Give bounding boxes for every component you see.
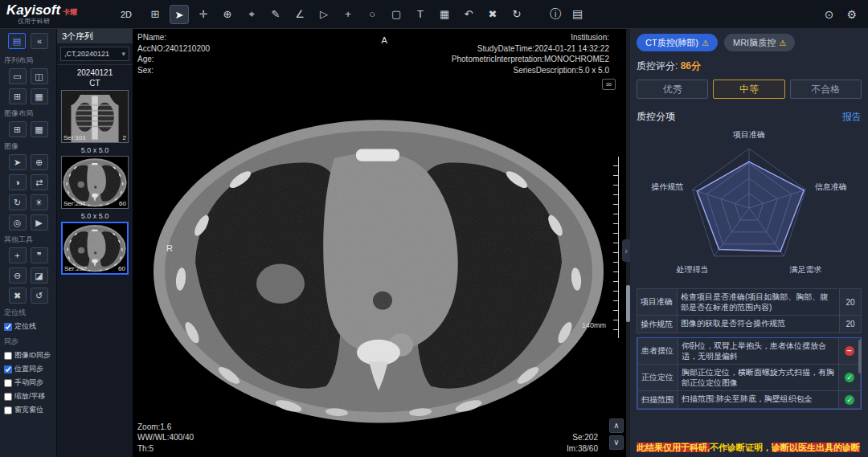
link-icon[interactable]: ∞: [602, 79, 616, 90]
series-panel-toggle-icon[interactable]: ▤: [8, 33, 26, 49]
layout-3x3-icon[interactable]: ▦: [31, 88, 48, 104]
eraser-icon[interactable]: ◪: [31, 267, 48, 284]
sync-position-input[interactable]: [4, 365, 12, 373]
collapse-panel-icon[interactable]: «: [31, 33, 48, 49]
qc-row-label: 项目准确: [637, 289, 678, 315]
crosshair-line-input[interactable]: [4, 323, 12, 331]
add-icon[interactable]: +: [9, 247, 27, 263]
zoom-out-icon[interactable]: ⊖: [9, 267, 27, 284]
section-label: 图像布局: [0, 105, 56, 120]
tab-mri-qc[interactable]: MRI脑质控⚠: [724, 34, 795, 51]
comment-icon[interactable]: ❞: [31, 247, 48, 263]
layout-1x2-icon[interactable]: ◫: [31, 68, 48, 84]
series-thumbnail[interactable]: Ser:20260: [61, 222, 129, 275]
rotate-icon[interactable]: ↻: [9, 194, 27, 210]
brightness-icon[interactable]: ☀: [31, 194, 48, 210]
layout-1x1-icon[interactable]: ▭: [9, 68, 27, 84]
grade-medium[interactable]: 中等: [713, 80, 784, 99]
annotate-tool-icon[interactable]: ✎: [266, 5, 285, 24]
checkbox-sync-window[interactable]: 窗宽窗位: [0, 403, 56, 417]
qc-score: 质控评分: 86分: [637, 59, 862, 73]
series-thumbnail[interactable]: Ser:20160: [61, 156, 129, 209]
series-layout-icon[interactable]: ⊞: [145, 5, 165, 24]
magnify-icon[interactable]: ⊕: [31, 154, 48, 170]
grid-tool-icon[interactable]: ▦: [435, 5, 454, 24]
text-tool-icon[interactable]: T: [411, 5, 430, 24]
image-count: 60: [119, 200, 126, 207]
checkbox-label: 图像ID同步: [14, 350, 51, 361]
grade-fail[interactable]: 不合格: [790, 80, 862, 99]
checkbox-sync-zoom-pan[interactable]: 缩放/平移: [0, 390, 56, 403]
undo-tool-icon[interactable]: ↶: [459, 5, 478, 24]
overlay-topleft: PName:AccNO:2401210200Age:Sex:: [137, 32, 210, 75]
tab-ct-qc[interactable]: CT质控(肺部)⚠: [637, 34, 718, 51]
chevron-down-icon: ▾: [121, 50, 125, 58]
qc-check-row: 正位定位胸部正位定位，横断面螺旋方式扫描，有胸部正位定位图像✓: [637, 365, 861, 391]
history-icon[interactable]: ⊙: [825, 8, 834, 21]
qc-check-row: 患者摆位仰卧位，双臂上举抱头，患者体位摆放合适，无明显偏斜−: [637, 338, 861, 365]
ct-image[interactable]: [145, 109, 612, 430]
reset-tool-icon[interactable]: ↻: [507, 5, 526, 24]
series-thumbnail[interactable]: Ser:1012: [61, 90, 129, 143]
app: { "app": {"logo":"Kayisoft","logo_tag":"…: [0, 0, 868, 457]
angle-tool-icon[interactable]: ∠: [290, 5, 309, 24]
zoom-in-tool-icon[interactable]: ⊕: [218, 5, 237, 24]
overlay-bottomleft: Zoom:1.6WW/WL:400/40Th:5: [137, 422, 194, 455]
series-desc: 5.0 x 5.0: [57, 146, 133, 154]
prev-image-button[interactable]: ∧: [609, 418, 624, 433]
qc-row-score: 20: [840, 289, 861, 315]
report-link[interactable]: 报告: [842, 110, 862, 124]
grade-excellent[interactable]: 优秀: [637, 80, 708, 99]
qc-row-desc: 图像的获取是否符合操作规范: [678, 316, 840, 333]
delete-tool-icon[interactable]: ✖: [483, 5, 502, 24]
play-icon[interactable]: ▶: [31, 214, 48, 231]
panel-expander[interactable]: ›: [622, 239, 630, 262]
checks-scrollbar-thumb[interactable]: [858, 340, 862, 373]
checkbox-sync-position[interactable]: 位置同步: [0, 362, 56, 376]
checkbox-label: 位置同步: [14, 364, 43, 374]
settings-gear-icon[interactable]: ⚙: [846, 8, 857, 21]
next-image-button[interactable]: ∨: [609, 435, 624, 450]
cine-play-tool-icon[interactable]: ▷: [314, 5, 334, 24]
viewport[interactable]: PName:AccNO:2401210200Age:Sex: Institusi…: [133, 29, 630, 457]
study-date: 20240121: [57, 67, 133, 78]
qc-row-label: 操作规范: [637, 316, 678, 333]
add-tool-icon[interactable]: +: [338, 5, 358, 24]
info-icon[interactable]: ⓘ: [550, 7, 561, 22]
warning-icon: ⚠: [779, 39, 786, 47]
pan-tool-icon[interactable]: ✛: [194, 5, 213, 24]
flip-icon[interactable]: ⇄: [31, 174, 48, 190]
layout-2x2-icon[interactable]: ⊞: [9, 88, 27, 104]
qc-row-label: 扫描范围: [638, 391, 678, 408]
sync-image-id-input[interactable]: [4, 352, 12, 360]
report-doc-icon[interactable]: ▤: [572, 7, 583, 22]
invert-icon[interactable]: ◎: [9, 214, 27, 231]
pointer-icon[interactable]: ➤: [9, 154, 27, 170]
sync-window-input[interactable]: [4, 406, 12, 414]
scrollbar-thumb[interactable]: [626, 285, 630, 322]
overlay-bottomright: Se:202Im:38/60: [567, 432, 598, 454]
series-dropdown[interactable]: ,CT,20240121 ▾: [60, 47, 129, 61]
close-icon[interactable]: ✖: [9, 288, 27, 304]
checkbox-crosshair-line[interactable]: 定位线: [0, 320, 56, 333]
overlay-line: Sex:: [137, 65, 210, 76]
series-number: Ser:201: [63, 200, 86, 207]
reset-icon[interactable]: ↺: [31, 288, 48, 304]
checkbox-sync-image-id[interactable]: 图像ID同步: [0, 349, 56, 362]
sync-manual-input[interactable]: [4, 379, 12, 387]
checkbox-sync-manual[interactable]: 手动同步: [0, 376, 56, 390]
image-layout-3x3-icon[interactable]: ▦: [31, 121, 48, 137]
ellipse-roi-tool-icon[interactable]: ○: [362, 5, 382, 24]
orientation-left: R: [166, 243, 173, 253]
tool-grid: ⊞▦: [0, 120, 56, 138]
localizer-tool-icon[interactable]: ⌖: [242, 5, 261, 24]
qc-row-status: ✓: [839, 391, 860, 408]
sync-zoom-pan-input[interactable]: [4, 393, 12, 401]
tool-grid: ▭◫⊞▦: [0, 67, 56, 105]
pointer-tool-icon[interactable]: ➤: [170, 5, 189, 24]
logo-text: Kayisoft: [6, 3, 60, 17]
window-level-icon[interactable]: ◑: [9, 174, 27, 190]
image-layout-2x2-icon[interactable]: ⊞: [9, 121, 27, 137]
toolbar-mid-icons: ⓘ▤: [550, 7, 583, 22]
rect-roi-tool-icon[interactable]: ▢: [387, 5, 406, 24]
